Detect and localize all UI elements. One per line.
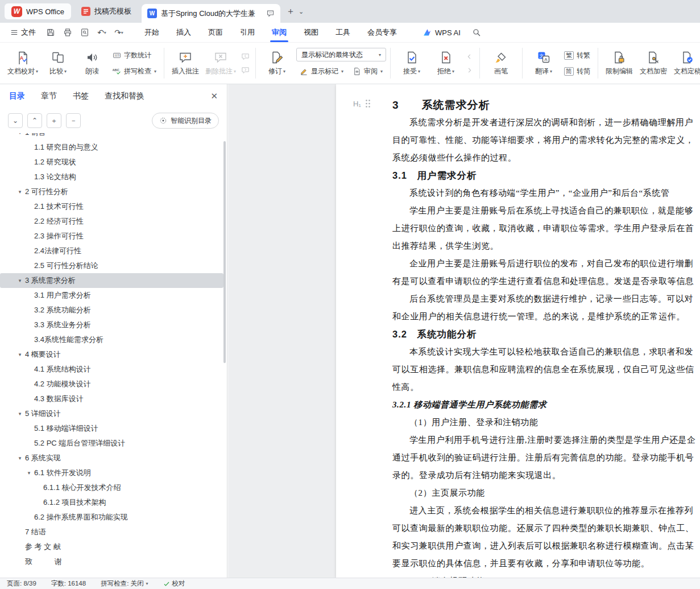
track-changes-button[interactable]: 修订▾ xyxy=(260,44,294,82)
accept-button[interactable]: 接受▾ xyxy=(395,44,429,82)
toc-item[interactable]: 6.2 操作系统界面和功能实现 xyxy=(0,510,223,525)
collapse-triangle-icon[interactable]: ▾ xyxy=(15,133,25,135)
brush-button[interactable]: 画笔 xyxy=(484,44,518,82)
proofing-button[interactable]: 校对 xyxy=(163,579,185,588)
redo-button[interactable]: ↷▾ xyxy=(111,26,127,39)
to-simplified-button[interactable]: 简 转简 xyxy=(561,64,594,79)
toc-item[interactable]: 致 谢 xyxy=(0,554,223,569)
search-icon[interactable] xyxy=(472,28,481,37)
menu-item-开始[interactable]: 开始 xyxy=(136,23,168,42)
encrypt-button[interactable]: 文档加密 xyxy=(636,44,670,82)
hamburger-icon xyxy=(10,28,18,36)
translate-button[interactable]: 翻译▾ xyxy=(527,44,561,82)
toc-item[interactable]: 3.1 用户需求分析 xyxy=(0,288,223,303)
undo-button[interactable]: ↶▾ xyxy=(94,26,110,39)
expand-all-button[interactable]: ⌃ xyxy=(27,113,42,128)
collapse-triangle-icon[interactable]: ▾ xyxy=(24,470,34,476)
toc-item[interactable]: 2.2 经济可行性 xyxy=(0,214,223,229)
collapse-triangle-icon[interactable]: ▾ xyxy=(15,189,25,195)
toc-item[interactable]: 1.1 研究目的与意义 xyxy=(0,140,223,155)
toc-item[interactable]: 6.1.2 项目技术架构 xyxy=(0,495,223,510)
show-markup-button[interactable]: 显示标记 ▾ xyxy=(296,64,347,79)
new-tab-button[interactable]: ＋ xyxy=(284,5,297,18)
document-tab-active[interactable]: W 基于Spring Cloud的大学生兼 xyxy=(142,4,280,23)
wps-home-tab[interactable]: W WPS Office xyxy=(5,3,71,19)
spell-check-status[interactable]: 拼写检查: 关闭▾ xyxy=(101,579,148,588)
heading-handle[interactable]: H₁ xyxy=(353,99,371,108)
toc-item[interactable]: ▾5 详细设计 xyxy=(0,406,223,421)
menu-item-会员专享[interactable]: 会员专享 xyxy=(359,23,405,42)
sidebar-tab-章节[interactable]: 章节 xyxy=(41,91,57,101)
tab-list-chevron-icon[interactable]: ⌄ xyxy=(299,8,304,15)
toc-item[interactable]: ▾2 可行性分析 xyxy=(0,184,223,199)
doc-proof-button[interactable]: 文档校对▾ xyxy=(5,44,41,82)
print-preview-button[interactable] xyxy=(77,26,93,39)
toc-item[interactable]: 1.3 论文结构 xyxy=(0,170,223,184)
toc-item[interactable]: 2.4法律可行性 xyxy=(0,244,223,258)
toc-item[interactable]: 2.1 技术可行性 xyxy=(0,199,223,214)
toc-item[interactable]: 6.1.1 核心开发技术介绍 xyxy=(0,480,223,495)
toc-item[interactable]: 7 结语 xyxy=(0,525,223,539)
chevron-down-icon: ▾ xyxy=(452,69,454,74)
restrict-edit-button[interactable]: 限制编辑 xyxy=(602,44,636,82)
toc-item[interactable]: 4.2 功能模块设计 xyxy=(0,377,223,392)
collapse-triangle-icon[interactable]: ▾ xyxy=(15,352,25,357)
collapse-triangle-icon[interactable]: ▾ xyxy=(15,278,25,283)
toc-item[interactable]: 1.2 研究现状 xyxy=(0,155,223,170)
sidebar-tab-书签[interactable]: 书签 xyxy=(73,91,89,101)
to-traditional-button[interactable]: 繁 转繁 xyxy=(561,48,594,63)
toc-item[interactable]: ▾6.1 软件开发说明 xyxy=(0,466,223,480)
ribbon-separator xyxy=(164,48,164,79)
reject-button[interactable]: 拒绝▾ xyxy=(429,44,463,82)
word-count-button[interactable]: 字数统计 xyxy=(109,48,160,63)
document-tab-templates[interactable]: 找稿壳模板 xyxy=(74,3,138,19)
drag-handle-icon[interactable] xyxy=(365,99,371,108)
save-button[interactable] xyxy=(43,26,59,39)
read-aloud-button[interactable]: 朗读 xyxy=(75,44,109,82)
word-count-indicator[interactable]: 字数: 16148 xyxy=(51,579,86,588)
collapse-triangle-icon[interactable]: ▾ xyxy=(15,455,25,461)
wps-ai-button[interactable]: WPS AI xyxy=(423,28,461,38)
menu-item-引用[interactable]: 引用 xyxy=(231,23,263,42)
sidebar-scrollbar[interactable] xyxy=(223,141,226,363)
sidebar-tab-查找和替换[interactable]: 查找和替换 xyxy=(105,91,144,101)
toc-item[interactable]: 4.3 数据库设计 xyxy=(0,392,223,406)
smart-toc-button[interactable]: 智能识别目录 xyxy=(152,113,219,129)
menu-item-页面[interactable]: 页面 xyxy=(200,23,231,42)
toc-item[interactable]: 参 考 文 献 xyxy=(0,539,223,554)
menu-item-视图[interactable]: 视图 xyxy=(295,23,327,42)
menu-item-插入[interactable]: 插入 xyxy=(168,23,200,42)
toc-item[interactable]: 2.5 可行性分析结论 xyxy=(0,258,223,273)
toc-item[interactable]: 3.2 系统功能分析 xyxy=(0,303,223,318)
file-menu-button[interactable]: 文件 xyxy=(6,23,40,42)
close-sidebar-icon[interactable]: ✕ xyxy=(210,91,218,101)
document-content[interactable]: 3 系统需求分析系统需求分析是开发者进行深层次的调研和剖析，进一步精确确理解用户… xyxy=(336,84,700,578)
markup-state-select[interactable]: 显示标记的最终状态 ▾ xyxy=(296,48,386,61)
insert-comment-button[interactable]: 插入批注 xyxy=(168,44,202,82)
toc-item[interactable]: 5.1 移动端详细设计 xyxy=(0,421,223,436)
compare-button[interactable]: 比较▾ xyxy=(41,44,75,82)
zoom-out-level-button[interactable]: － xyxy=(66,113,81,128)
spell-check-button[interactable]: 拼写检查 ▾ xyxy=(109,64,160,79)
review-pane-button[interactable]: 审阅 ▾ xyxy=(349,64,386,79)
toc-item[interactable]: 3.3 系统业务分析 xyxy=(0,318,223,332)
finalize-button[interactable]: 文档定稿 xyxy=(670,44,700,82)
toc-item[interactable]: ▾3 系统需求分析 xyxy=(0,273,223,288)
toc-item[interactable]: 5.2 PC 端后台管理详细设计 xyxy=(0,436,223,451)
collapse-triangle-icon[interactable]: ▾ xyxy=(15,411,25,417)
toc-item[interactable]: ▾4 概要设计 xyxy=(0,347,223,362)
menu-item-审阅[interactable]: 审阅 xyxy=(263,23,295,42)
sidebar-tab-目录[interactable]: 目录 xyxy=(9,91,25,101)
redo-icon: ↷ xyxy=(114,28,121,37)
comment-bubble-icon[interactable] xyxy=(266,9,275,18)
zoom-in-level-button[interactable]: ＋ xyxy=(47,113,61,128)
collapse-all-button[interactable]: ⌄ xyxy=(8,113,23,128)
menu-item-工具[interactable]: 工具 xyxy=(327,23,359,42)
toc-item[interactable]: 4.1 系统结构设计 xyxy=(0,362,223,377)
toc-item[interactable]: ▾6 系统实现 xyxy=(0,451,223,466)
toc-item[interactable]: ▾1 前言 xyxy=(0,133,223,140)
document-page[interactable]: H₁ 3 系统需求分析系统需求分析是开发者进行深层次的调研和剖析，进一步精确确理… xyxy=(336,84,700,578)
print-button[interactable] xyxy=(60,26,76,39)
toc-item[interactable]: 3.4系统性能需求分析 xyxy=(0,332,223,347)
toc-item[interactable]: 2.3 操作可行性 xyxy=(0,229,223,244)
